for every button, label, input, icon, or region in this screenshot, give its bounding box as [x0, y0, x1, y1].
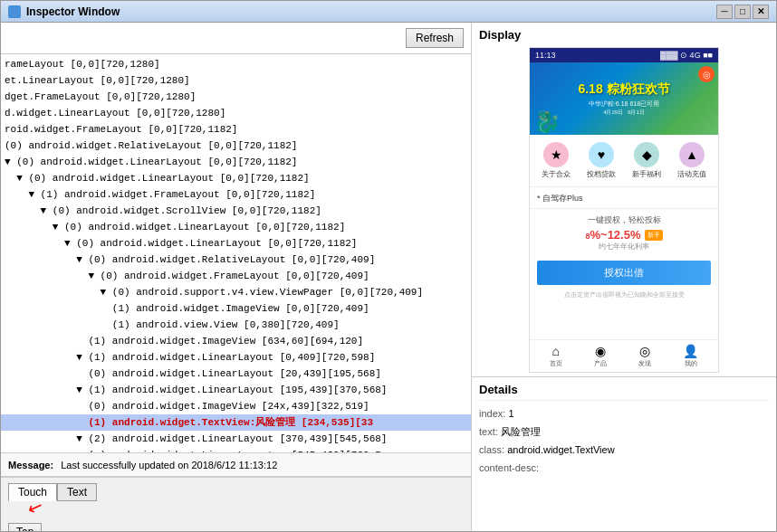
tree-row[interactable]: d.widget.LinearLayout [0,0][720,1280]	[1, 105, 471, 121]
tree-row-selected[interactable]: (1) android.widget.TextView:风险管理 [234,53…	[1, 414, 471, 431]
app-icon	[8, 5, 21, 18]
tree-row[interactable]: ▼ (1) android.widget.FrameLayout [0,0][7…	[1, 186, 471, 203]
tree-row[interactable]: (0) android.widget.ImageView [24x,439][3…	[1, 398, 471, 414]
tree-row[interactable]: ▼ (1) android.widget.LinearLayout [0,409…	[1, 349, 471, 366]
banner-main-text: 6.18 粽粉狂欢节	[578, 81, 669, 98]
text-tab[interactable]: Text	[57, 483, 97, 501]
phone-status-bar: 11:13 ▓▓▓ ⊙ 4G ■■	[530, 48, 718, 62]
refresh-button[interactable]: Refresh	[406, 28, 464, 48]
detail-class-row: class: android.widget.TextView	[479, 442, 769, 457]
mine-icon: 👤	[683, 344, 698, 358]
tree-row[interactable]: (0) android.widget.LinearLayout [20,439]…	[1, 366, 471, 382]
tap-button[interactable]: Tap	[8, 523, 42, 531]
yield-title: 一键授权，轻松投标	[537, 214, 711, 226]
tree-row[interactable]: (1) android.widget.ImageView [634,60][69…	[1, 333, 471, 349]
phone-screen: 11:13 ▓▓▓ ⊙ 4G ■■ 6.18 粽粉狂欢节 中华沪粽·6.18 6…	[529, 47, 719, 373]
left-toolbar: Refresh	[1, 23, 471, 54]
tree-row[interactable]: ▼ (1) android.widget.LinearLayout [195,4…	[1, 382, 471, 398]
tree-row[interactable]: (x) android.widget.LinearLayout x [545,4…	[1, 447, 471, 453]
phone-time: 11:13	[535, 51, 556, 60]
phone-icon-item: ★ 关于合众	[542, 142, 571, 179]
tree-row[interactable]: ▼ (2) android.widget.LinearLayout [370,4…	[1, 431, 471, 447]
discover-icon: ◎	[639, 344, 650, 358]
tree-row[interactable]: ▼ (0) android.widget.LinearLayout [0,0][…	[1, 235, 471, 252]
close-button[interactable]: ✕	[753, 5, 769, 19]
nav-home-label: 首页	[550, 359, 562, 368]
banner-sub-text: 中华沪粽·6.18 618已可用	[578, 100, 669, 109]
phone-banner: 6.18 粽粉狂欢节 中华沪粽·6.18 618已可用 4月29日 6月1日 ◎…	[530, 62, 718, 135]
phone-icon-label: 关于合众	[542, 169, 571, 179]
detail-text-label: text:	[479, 426, 501, 437]
touch-tab[interactable]: Touch	[8, 483, 57, 501]
phone-icon-circle: ◆	[634, 142, 659, 167]
tree-row[interactable]: dget.FrameLayout [0,0][720,1280]	[1, 89, 471, 105]
tree-row[interactable]: ▼ (0) android.widget.RelativeLayout [0,0…	[1, 252, 471, 268]
detail-index-value: 1	[508, 408, 513, 419]
loan-icon: ♥	[598, 147, 605, 162]
product-icon: ◉	[595, 344, 606, 358]
phone-bottom-nav: ⌂ 首页 ◉ 产品 ◎ 发现	[530, 339, 718, 372]
nav-mine-label: 我的	[685, 359, 697, 368]
tree-row[interactable]: roid.widget.FrameLayout [0,0][720,1182]	[1, 121, 471, 138]
detail-text-value: 风险管理	[501, 426, 541, 437]
yield-badge: 新手	[645, 230, 663, 241]
rate-main: 12.5%	[608, 228, 641, 242]
message-label: Message:	[8, 460, 53, 470]
tree-row[interactable]: ▼ (0) android.support.v4.view.ViewPager …	[1, 284, 471, 300]
tree-row[interactable]: (1) android.widget.ImageView [0,0][720,4…	[1, 300, 471, 317]
left-panel: Refresh rameLayout [0,0][720,1280] et.Li…	[1, 23, 472, 531]
phone-icon-item: ♥ 投档贷款	[587, 142, 616, 179]
message-bar: Message: Last successfully updated on 20…	[1, 453, 471, 477]
tree-row[interactable]: rameLayout [0,0][720,1280]	[1, 56, 471, 72]
tree-row[interactable]: et.LinearLayout [0,0][720,1280]	[1, 72, 471, 89]
main-content: Refresh rameLayout [0,0][720,1280] et.Li…	[1, 23, 776, 531]
nav-discover[interactable]: ◎ 发现	[638, 344, 651, 368]
phone-icons-row: ★ 关于合众 ♥ 投档贷款 ◆ 新手福利	[530, 135, 718, 187]
detail-content-desc-row: content-desc:	[479, 461, 769, 475]
nav-product-label: 产品	[594, 359, 607, 368]
nav-discover-label: 发现	[638, 359, 651, 368]
message-text: Last successfully updated on 2018/6/12 1…	[61, 460, 277, 470]
nav-home[interactable]: ⌂ 首页	[550, 344, 562, 368]
phone-icon-label: 投档贷款	[587, 169, 616, 179]
nav-mine[interactable]: 👤 我的	[683, 344, 698, 368]
window-title: Inspector Window	[26, 5, 120, 18]
tree-row[interactable]: ▼ (0) android.widget.ScrollView [0,0][72…	[1, 203, 471, 219]
yield-rate-row: 8%~12.5% 新手	[537, 228, 711, 242]
nav-product[interactable]: ◉ 产品	[594, 344, 607, 368]
detail-class-value: android.widget.TextView	[507, 444, 614, 455]
zicun-section: * 自驾存Plus	[530, 187, 718, 209]
tree-row[interactable]: ▼ (0) android.widget.LinearLayout [0,0][…	[1, 219, 471, 235]
minimize-button[interactable]: ─	[716, 5, 733, 19]
tree-row[interactable]: ▼ (0) android.widget.LinearLayout [0,0][…	[1, 154, 471, 170]
phone-screen-wrapper: 11:13 ▓▓▓ ⊙ 4G ■■ 6.18 粽粉狂欢节 中华沪粽·6.18 6…	[479, 47, 769, 373]
banner-badge: ◎	[698, 66, 715, 82]
phone-icon-item: ▲ 活动充值	[677, 142, 706, 179]
novice-icon: ◆	[642, 147, 652, 162]
detail-text-row: text: 风险管理	[479, 424, 769, 439]
tree-row[interactable]: ▼ (0) android.widget.FrameLayout [0,0][7…	[1, 268, 471, 284]
tree-view[interactable]: rameLayout [0,0][720,1280] et.LinearLayo…	[1, 54, 471, 453]
activity-icon: ▲	[686, 147, 698, 162]
display-section: Display 11:13 ▓▓▓ ⊙ 4G ■■ 6.18 粽粉狂欢节 中华沪	[472, 23, 776, 377]
window-controls[interactable]: ─ □ ✕	[716, 5, 769, 19]
tree-row[interactable]: ▼ (0) android.widget.LinearLayout [0,0][…	[1, 170, 471, 186]
phone-icon-label: 新手福利	[632, 169, 661, 179]
phone-icon-item: ◆ 新手福利	[632, 142, 661, 179]
phone-signal: ▓▓▓ ⊙ 4G ■■	[660, 51, 713, 60]
authorize-button[interactable]: 授权出借	[537, 261, 711, 285]
tree-row[interactable]: (0) android.widget.RelativeLayout [0,0][…	[1, 138, 471, 154]
banner-decor-left: 🐉	[533, 109, 561, 135]
tree-row[interactable]: (1) android.view.View [0,380][720,409]	[1, 317, 471, 333]
title-bar: Inspector Window ─ □ ✕	[1, 1, 776, 23]
details-title: Details	[479, 383, 769, 401]
yield-rate: 8%~12.5%	[585, 228, 640, 242]
detail-index-row: index: 1	[479, 406, 769, 421]
inspector-window: Inspector Window ─ □ ✕ Refresh rameLayou…	[0, 0, 777, 532]
phone-icon-label: 活动充值	[677, 169, 706, 179]
home-icon: ⌂	[552, 344, 559, 358]
phone-icon-circle: ★	[543, 142, 569, 167]
details-section: Details index: 1 text: 风险管理 class: andro…	[472, 377, 776, 531]
phone-icon-circle: ♥	[589, 142, 614, 167]
maximize-button[interactable]: □	[734, 5, 751, 19]
